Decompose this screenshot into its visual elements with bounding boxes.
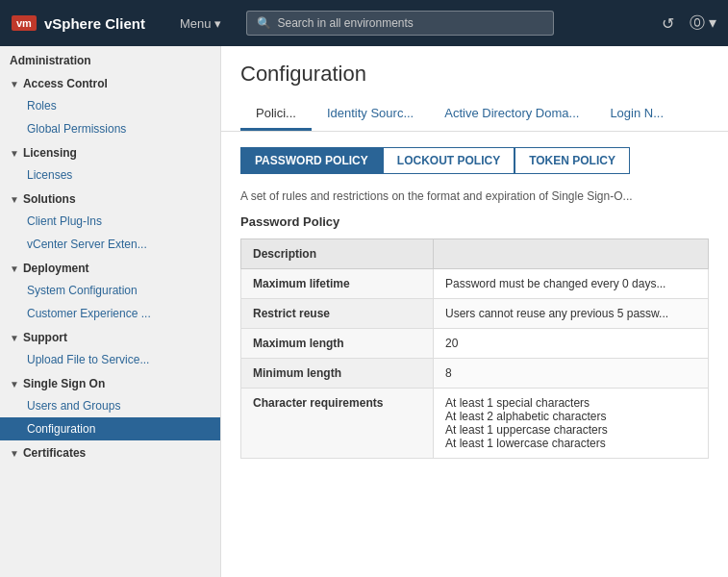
access-control-arrow-icon: ▼ bbox=[10, 79, 19, 89]
char-req-line-4: At least 1 lowercase characters bbox=[445, 437, 696, 450]
table-cell-maximum-lifetime-label: Maximum lifetime bbox=[241, 269, 434, 299]
tab-active-directory[interactable]: Active Directory Doma... bbox=[429, 98, 594, 131]
table-cell-restrict-reuse-value: Users cannot reuse any previous 5 passw.… bbox=[434, 299, 709, 329]
policy-buttons: PASSWORD POLICY LOCKOUT POLICY TOKEN POL… bbox=[240, 147, 709, 174]
sso-arrow-icon: ▼ bbox=[10, 379, 19, 389]
table-cell-restrict-reuse-label: Restrict reuse bbox=[241, 299, 434, 329]
content-header: Configuration Polici... Identity Sourc..… bbox=[221, 46, 728, 132]
sidebar-item-vcenter-server[interactable]: vCenter Server Exten... bbox=[0, 233, 220, 256]
sidebar-item-upload-file[interactable]: Upload File to Service... bbox=[0, 348, 220, 371]
sidebar-item-system-configuration[interactable]: System Configuration bbox=[0, 279, 220, 302]
table-row: Maximum lifetime Password must be change… bbox=[241, 269, 709, 299]
solutions-arrow-icon: ▼ bbox=[10, 194, 19, 205]
search-placeholder-text: Search in all environments bbox=[277, 16, 413, 30]
table-cell-min-length-value: 8 bbox=[434, 359, 709, 389]
table-header-description: Description bbox=[241, 239, 434, 269]
table-cell-char-requirements-value: At least 1 special characters At least 2… bbox=[434, 389, 709, 459]
table-row: Maximum length 20 bbox=[241, 329, 709, 359]
sidebar-section-sso[interactable]: ▼ Single Sign On bbox=[0, 371, 220, 394]
help-chevron-icon: ▾ bbox=[709, 14, 716, 31]
password-policy-button[interactable]: PASSWORD POLICY bbox=[240, 147, 383, 174]
tab-policies[interactable]: Polici... bbox=[240, 98, 312, 131]
licensing-label: Licensing bbox=[23, 146, 77, 160]
sso-label: Single Sign On bbox=[23, 377, 105, 390]
sidebar-item-licenses[interactable]: Licenses bbox=[0, 163, 220, 187]
table-cell-maximum-lifetime-value: Password must be changed every 0 days... bbox=[434, 269, 709, 299]
sidebar-item-roles[interactable]: Roles bbox=[0, 94, 220, 117]
sidebar-section-deployment[interactable]: ▼ Deployment bbox=[0, 256, 220, 279]
admin-section-title: Administration bbox=[0, 46, 220, 71]
sidebar-item-customer-experience[interactable]: Customer Experience ... bbox=[0, 302, 220, 325]
policy-table: Description Maximum lifetime Password mu… bbox=[240, 238, 709, 459]
search-bar[interactable]: 🔍 Search in all environments bbox=[246, 11, 554, 36]
token-policy-button[interactable]: TOKEN POLICY bbox=[515, 147, 630, 174]
support-arrow-icon: ▼ bbox=[10, 333, 19, 343]
sidebar-item-users-groups[interactable]: Users and Groups bbox=[0, 394, 220, 417]
lockout-policy-button[interactable]: LOCKOUT POLICY bbox=[383, 147, 515, 174]
refresh-icon[interactable]: ↺ bbox=[662, 14, 674, 33]
char-req-line-3: At least 1 uppercase characters bbox=[445, 423, 696, 437]
deployment-label: Deployment bbox=[23, 262, 89, 275]
content-body: PASSWORD POLICY LOCKOUT POLICY TOKEN POL… bbox=[221, 132, 728, 474]
table-cell-char-requirements-label: Character requirements bbox=[241, 389, 434, 459]
solutions-label: Solutions bbox=[23, 192, 76, 206]
page-title: Configuration bbox=[240, 62, 709, 87]
char-req-line-2: At least 2 alphabetic characters bbox=[445, 410, 696, 423]
help-circle-icon: ⓪ bbox=[690, 14, 705, 31]
table-row: Minimum length 8 bbox=[241, 359, 709, 389]
menu-button[interactable]: Menu ▾ bbox=[180, 16, 222, 31]
sidebar-section-access-control[interactable]: ▼ Access Control bbox=[0, 71, 220, 94]
support-label: Support bbox=[23, 331, 67, 344]
table-header-value bbox=[434, 239, 709, 269]
sidebar-item-client-plugins[interactable]: Client Plug-Ins bbox=[0, 210, 220, 233]
licensing-arrow-icon: ▼ bbox=[10, 148, 19, 159]
help-icon[interactable]: ⓪ ▾ bbox=[690, 13, 716, 34]
menu-label: Menu bbox=[180, 16, 212, 31]
tab-identity-sources[interactable]: Identity Sourc... bbox=[312, 98, 429, 131]
access-control-label: Access Control bbox=[23, 77, 108, 90]
password-policy-section-title: Password Policy bbox=[240, 214, 709, 229]
certificates-label: Certificates bbox=[23, 446, 86, 460]
tab-login[interactable]: Login N... bbox=[594, 98, 679, 131]
table-row: Restrict reuse Users cannot reuse any pr… bbox=[241, 299, 709, 329]
sidebar-item-global-permissions[interactable]: Global Permissions bbox=[0, 117, 220, 140]
sidebar: Administration ▼ Access Control Roles Gl… bbox=[0, 46, 221, 577]
top-nav-actions: ↺ ⓪ ▾ bbox=[662, 13, 716, 34]
sidebar-item-configuration[interactable]: Configuration bbox=[0, 417, 220, 440]
char-req-line-1: At least 1 special characters bbox=[445, 396, 696, 410]
content-area: Configuration Polici... Identity Sourc..… bbox=[221, 46, 728, 577]
sidebar-section-solutions[interactable]: ▼ Solutions bbox=[0, 187, 220, 210]
sidebar-section-certificates[interactable]: ▼ Certificates bbox=[0, 440, 220, 464]
policy-description: A set of rules and restrictions on the f… bbox=[240, 189, 709, 203]
table-cell-max-length-value: 20 bbox=[434, 329, 709, 359]
search-icon: 🔍 bbox=[257, 16, 271, 30]
sidebar-section-support[interactable]: ▼ Support bbox=[0, 325, 220, 348]
table-row: Character requirements At least 1 specia… bbox=[241, 389, 709, 459]
app-name: vSphere Client bbox=[44, 15, 145, 32]
table-cell-min-length-label: Minimum length bbox=[241, 359, 434, 389]
vm-badge: vm bbox=[12, 15, 37, 31]
top-navigation: vm vSphere Client Menu ▾ 🔍 Search in all… bbox=[0, 0, 728, 46]
tab-bar: Polici... Identity Sourc... Active Direc… bbox=[240, 98, 709, 131]
certificates-arrow-icon: ▼ bbox=[10, 448, 19, 459]
sidebar-section-licensing[interactable]: ▼ Licensing bbox=[0, 140, 220, 163]
main-layout: Administration ▼ Access Control Roles Gl… bbox=[0, 46, 728, 577]
app-logo: vm vSphere Client bbox=[12, 15, 145, 32]
deployment-arrow-icon: ▼ bbox=[10, 263, 19, 274]
menu-chevron-icon: ▾ bbox=[214, 16, 221, 31]
table-cell-max-length-label: Maximum length bbox=[241, 329, 434, 359]
